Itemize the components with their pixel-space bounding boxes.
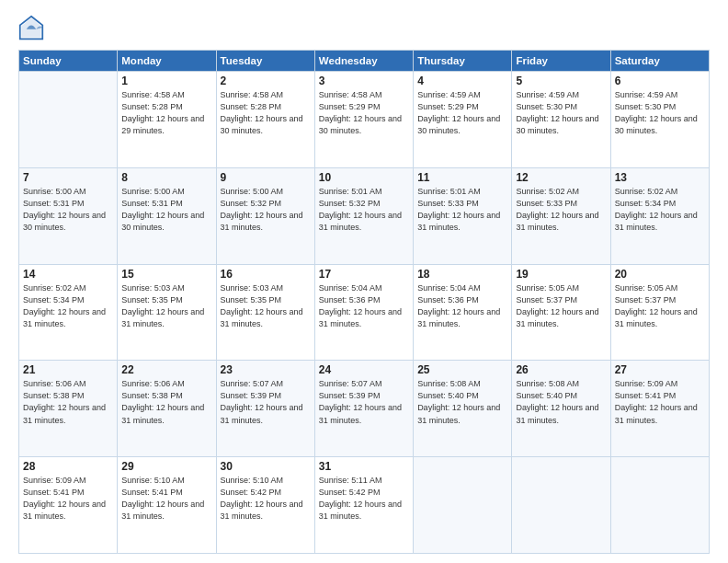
day-info: Sunrise: 5:01 AM Sunset: 5:33 PM Dayligh… xyxy=(417,186,507,234)
day-number: 20 xyxy=(615,268,705,281)
day-info: Sunrise: 5:10 AM Sunset: 5:41 PM Dayligh… xyxy=(121,475,211,523)
day-number: 25 xyxy=(417,363,507,376)
calendar-cell: 16Sunrise: 5:03 AM Sunset: 5:35 PM Dayli… xyxy=(216,264,314,361)
day-number: 12 xyxy=(516,171,606,184)
day-info: Sunrise: 5:03 AM Sunset: 5:35 PM Dayligh… xyxy=(121,282,211,330)
calendar-cell: 18Sunrise: 5:04 AM Sunset: 5:36 PM Dayli… xyxy=(414,264,512,361)
calendar-cell xyxy=(512,457,610,554)
calendar-cell: 24Sunrise: 5:07 AM Sunset: 5:39 PM Dayli… xyxy=(314,361,413,457)
day-info: Sunrise: 5:03 AM Sunset: 5:35 PM Dayligh… xyxy=(221,282,311,330)
day-number: 28 xyxy=(23,460,113,473)
day-number: 24 xyxy=(319,363,409,376)
calendar-cell: 10Sunrise: 5:01 AM Sunset: 5:32 PM Dayli… xyxy=(314,167,413,264)
day-number: 8 xyxy=(121,171,211,184)
day-number: 3 xyxy=(319,75,409,87)
day-number: 26 xyxy=(516,363,606,376)
weekday-header-monday: Monday xyxy=(118,51,216,72)
calendar-cell: 7Sunrise: 5:00 AM Sunset: 5:31 PM Daylig… xyxy=(19,167,118,264)
day-number: 9 xyxy=(221,171,311,184)
weekday-header-thursday: Thursday xyxy=(414,51,512,72)
day-info: Sunrise: 5:00 AM Sunset: 5:31 PM Dayligh… xyxy=(23,186,113,234)
weekday-header-saturday: Saturday xyxy=(610,51,709,72)
day-info: Sunrise: 5:08 AM Sunset: 5:40 PM Dayligh… xyxy=(417,378,507,426)
day-info: Sunrise: 5:09 AM Sunset: 5:41 PM Dayligh… xyxy=(23,475,113,523)
weekday-header-friday: Friday xyxy=(512,51,610,72)
day-info: Sunrise: 5:04 AM Sunset: 5:36 PM Dayligh… xyxy=(417,282,507,330)
day-info: Sunrise: 5:07 AM Sunset: 5:39 PM Dayligh… xyxy=(319,378,409,426)
calendar-cell: 30Sunrise: 5:10 AM Sunset: 5:42 PM Dayli… xyxy=(216,457,314,554)
day-number: 18 xyxy=(417,268,507,281)
calendar-cell: 6Sunrise: 4:59 AM Sunset: 5:30 PM Daylig… xyxy=(610,72,709,168)
header xyxy=(18,15,710,40)
day-info: Sunrise: 5:02 AM Sunset: 5:33 PM Dayligh… xyxy=(516,186,606,234)
day-info: Sunrise: 5:02 AM Sunset: 5:34 PM Dayligh… xyxy=(615,186,705,234)
calendar-table: SundayMondayTuesdayWednesdayThursdayFrid… xyxy=(18,50,710,554)
weekday-header-tuesday: Tuesday xyxy=(216,51,314,72)
day-number: 10 xyxy=(319,171,409,184)
day-number: 17 xyxy=(319,268,409,281)
day-info: Sunrise: 4:58 AM Sunset: 5:29 PM Dayligh… xyxy=(319,89,409,137)
calendar-cell: 20Sunrise: 5:05 AM Sunset: 5:37 PM Dayli… xyxy=(610,264,709,361)
week-row-4: 21Sunrise: 5:06 AM Sunset: 5:38 PM Dayli… xyxy=(19,361,710,457)
day-number: 23 xyxy=(221,363,311,376)
calendar-cell: 14Sunrise: 5:02 AM Sunset: 5:34 PM Dayli… xyxy=(19,264,118,361)
calendar-cell: 17Sunrise: 5:04 AM Sunset: 5:36 PM Dayli… xyxy=(314,264,413,361)
day-info: Sunrise: 5:05 AM Sunset: 5:37 PM Dayligh… xyxy=(615,282,705,330)
calendar-cell: 8Sunrise: 5:00 AM Sunset: 5:31 PM Daylig… xyxy=(118,167,216,264)
day-number: 31 xyxy=(319,460,409,473)
weekday-header-row: SundayMondayTuesdayWednesdayThursdayFrid… xyxy=(19,51,710,72)
day-info: Sunrise: 5:09 AM Sunset: 5:41 PM Dayligh… xyxy=(615,378,705,426)
day-info: Sunrise: 5:08 AM Sunset: 5:40 PM Dayligh… xyxy=(516,378,606,426)
day-number: 7 xyxy=(23,171,113,184)
calendar-cell: 28Sunrise: 5:09 AM Sunset: 5:41 PM Dayli… xyxy=(19,457,118,554)
calendar-cell: 31Sunrise: 5:11 AM Sunset: 5:42 PM Dayli… xyxy=(314,457,413,554)
calendar-cell: 27Sunrise: 5:09 AM Sunset: 5:41 PM Dayli… xyxy=(610,361,709,457)
day-number: 15 xyxy=(121,268,211,281)
calendar-cell: 12Sunrise: 5:02 AM Sunset: 5:33 PM Dayli… xyxy=(512,167,610,264)
day-number: 30 xyxy=(221,460,311,473)
calendar-cell: 22Sunrise: 5:06 AM Sunset: 5:38 PM Dayli… xyxy=(118,361,216,457)
calendar-cell: 9Sunrise: 5:00 AM Sunset: 5:32 PM Daylig… xyxy=(216,167,314,264)
day-info: Sunrise: 5:00 AM Sunset: 5:32 PM Dayligh… xyxy=(221,186,311,234)
week-row-5: 28Sunrise: 5:09 AM Sunset: 5:41 PM Dayli… xyxy=(19,457,710,554)
day-number: 22 xyxy=(121,363,211,376)
day-info: Sunrise: 5:00 AM Sunset: 5:31 PM Dayligh… xyxy=(121,186,211,234)
day-info: Sunrise: 5:11 AM Sunset: 5:42 PM Dayligh… xyxy=(319,475,409,523)
calendar-cell xyxy=(414,457,512,554)
day-number: 27 xyxy=(615,363,705,376)
calendar-cell: 23Sunrise: 5:07 AM Sunset: 5:39 PM Dayli… xyxy=(216,361,314,457)
calendar-cell: 1Sunrise: 4:58 AM Sunset: 5:28 PM Daylig… xyxy=(118,72,216,168)
calendar-cell: 4Sunrise: 4:59 AM Sunset: 5:29 PM Daylig… xyxy=(414,72,512,168)
page: SundayMondayTuesdayWednesdayThursdayFrid… xyxy=(0,0,728,563)
week-row-1: 1Sunrise: 4:58 AM Sunset: 5:28 PM Daylig… xyxy=(19,72,710,168)
day-number: 4 xyxy=(417,75,507,87)
day-number: 16 xyxy=(221,268,311,281)
calendar-cell: 25Sunrise: 5:08 AM Sunset: 5:40 PM Dayli… xyxy=(414,361,512,457)
day-info: Sunrise: 4:59 AM Sunset: 5:30 PM Dayligh… xyxy=(516,89,606,137)
calendar-cell: 5Sunrise: 4:59 AM Sunset: 5:30 PM Daylig… xyxy=(512,72,610,168)
day-number: 14 xyxy=(23,268,113,281)
day-info: Sunrise: 5:01 AM Sunset: 5:32 PM Dayligh… xyxy=(319,186,409,234)
day-info: Sunrise: 5:04 AM Sunset: 5:36 PM Dayligh… xyxy=(319,282,409,330)
day-number: 2 xyxy=(221,75,311,87)
week-row-3: 14Sunrise: 5:02 AM Sunset: 5:34 PM Dayli… xyxy=(19,264,710,361)
day-info: Sunrise: 5:06 AM Sunset: 5:38 PM Dayligh… xyxy=(23,378,113,426)
calendar-cell: 26Sunrise: 5:08 AM Sunset: 5:40 PM Dayli… xyxy=(512,361,610,457)
calendar-cell: 3Sunrise: 4:58 AM Sunset: 5:29 PM Daylig… xyxy=(314,72,413,168)
day-number: 13 xyxy=(615,171,705,184)
calendar-cell: 21Sunrise: 5:06 AM Sunset: 5:38 PM Dayli… xyxy=(19,361,118,457)
week-row-2: 7Sunrise: 5:00 AM Sunset: 5:31 PM Daylig… xyxy=(19,167,710,264)
day-number: 6 xyxy=(615,75,705,87)
day-info: Sunrise: 4:58 AM Sunset: 5:28 PM Dayligh… xyxy=(221,89,311,137)
day-info: Sunrise: 5:05 AM Sunset: 5:37 PM Dayligh… xyxy=(516,282,606,330)
calendar-cell: 29Sunrise: 5:10 AM Sunset: 5:41 PM Dayli… xyxy=(118,457,216,554)
day-info: Sunrise: 4:59 AM Sunset: 5:30 PM Dayligh… xyxy=(615,89,705,137)
day-info: Sunrise: 5:02 AM Sunset: 5:34 PM Dayligh… xyxy=(23,282,113,330)
logo xyxy=(18,15,48,40)
day-info: Sunrise: 5:10 AM Sunset: 5:42 PM Dayligh… xyxy=(221,475,311,523)
calendar-cell xyxy=(610,457,709,554)
day-info: Sunrise: 5:06 AM Sunset: 5:38 PM Dayligh… xyxy=(121,378,211,426)
day-info: Sunrise: 4:58 AM Sunset: 5:28 PM Dayligh… xyxy=(121,89,211,137)
day-info: Sunrise: 5:07 AM Sunset: 5:39 PM Dayligh… xyxy=(221,378,311,426)
calendar-cell: 15Sunrise: 5:03 AM Sunset: 5:35 PM Dayli… xyxy=(118,264,216,361)
